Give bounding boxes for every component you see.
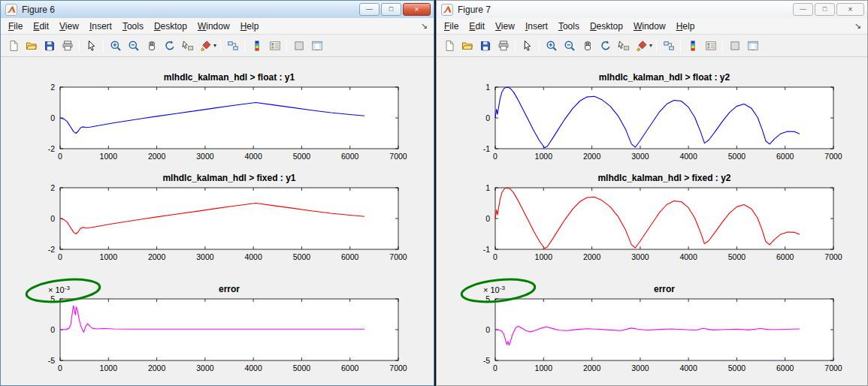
data-cursor-button[interactable] [179, 37, 196, 54]
minimize-button[interactable]: — [359, 3, 380, 16]
print-button[interactable] [59, 37, 76, 54]
edit-plot-pointer-icon [522, 40, 534, 52]
menu-desktop[interactable]: Desktop [149, 20, 192, 33]
svg-text:4000: 4000 [679, 363, 697, 372]
svg-text:2000: 2000 [582, 152, 600, 161]
data-cursor-icon [618, 40, 630, 52]
menu-insert[interactable]: Insert [84, 20, 117, 33]
menu-help[interactable]: Help [671, 20, 700, 33]
print-button[interactable] [494, 37, 512, 54]
brush-dropdown-icon[interactable]: ▾ [649, 42, 652, 49]
brush-dropdown-icon[interactable]: ▾ [213, 42, 216, 49]
insert-legend-button[interactable] [266, 37, 283, 54]
menu-insert[interactable]: Insert [520, 20, 553, 33]
plot-background [60, 188, 398, 249]
link-plot-icon [663, 40, 675, 52]
y-axis-exponent-label: × 10-3 [483, 285, 505, 294]
toolbar-separator [244, 39, 245, 53]
chart-title: mlhdlc_kalman_hdl > fixed : y1 [162, 173, 295, 183]
insert-colorbar-button[interactable] [684, 37, 701, 54]
menu-edit[interactable]: Edit [464, 20, 490, 33]
svg-text:4000: 4000 [679, 152, 697, 161]
svg-text:-1: -1 [482, 245, 489, 254]
menu-help[interactable]: Help [235, 20, 265, 33]
insert-legend-button[interactable] [702, 37, 719, 54]
menu-window[interactable]: Window [628, 20, 671, 33]
zoom-in-button[interactable] [543, 37, 560, 54]
svg-text:0: 0 [493, 152, 498, 161]
svg-text:5000: 5000 [727, 252, 746, 261]
svg-text:2: 2 [50, 83, 55, 92]
svg-text:6000: 6000 [776, 152, 794, 161]
menu-tools[interactable]: Tools [553, 20, 585, 33]
titlebar[interactable]: Figure 7 — □ × [437, 1, 867, 18]
menu-view[interactable]: View [54, 20, 84, 33]
close-button[interactable]: × [836, 3, 864, 16]
svg-text:5000: 5000 [293, 252, 311, 261]
brush-button[interactable] [633, 37, 650, 54]
close-button[interactable]: × [403, 3, 431, 16]
menu-desktop[interactable]: Desktop [585, 20, 628, 33]
plot-background [495, 87, 833, 149]
new-document-button[interactable] [440, 37, 458, 54]
svg-text:1000: 1000 [100, 152, 118, 161]
menu-bar: FileEditViewInsertToolsDesktopWindowHelp… [1, 18, 434, 35]
show-plot-tools-button[interactable] [744, 37, 761, 54]
zoom-in-button[interactable] [107, 37, 124, 54]
svg-text:1000: 1000 [534, 363, 552, 372]
brush-button[interactable] [197, 37, 214, 54]
svg-text:0: 0 [493, 363, 498, 372]
toolbar-separator [515, 39, 516, 53]
edit-plot-pointer-button[interactable] [519, 37, 536, 54]
matlab-icon [5, 4, 17, 16]
menu-edit[interactable]: Edit [28, 20, 54, 33]
dock-figure-icon[interactable]: ↘ [421, 21, 431, 31]
svg-text:4000: 4000 [244, 252, 262, 261]
svg-text:7000: 7000 [389, 252, 407, 261]
save-button[interactable] [476, 37, 494, 54]
hide-plot-tools-button[interactable] [726, 37, 743, 54]
figure-canvas: 01000200030004000500060007000-101mlhdlc_… [437, 57, 867, 385]
restore-button[interactable]: □ [381, 3, 401, 16]
chart-title: mlhdlc_kalman_hdl > float : y2 [598, 72, 730, 83]
insert-colorbar-button[interactable] [248, 37, 265, 54]
menu-window[interactable]: Window [192, 20, 235, 33]
dock-figure-icon[interactable]: ↘ [854, 21, 865, 31]
open-folder-button[interactable] [23, 37, 40, 54]
edit-plot-pointer-button[interactable] [83, 37, 100, 54]
titlebar[interactable]: Figure 6 — □ × [1, 1, 434, 18]
open-folder-button[interactable] [458, 37, 476, 54]
insert-colorbar-icon [251, 40, 263, 52]
svg-text:0: 0 [485, 113, 490, 122]
menu-file[interactable]: File [3, 20, 28, 33]
save-button[interactable] [41, 37, 58, 54]
edit-plot-pointer-icon [86, 40, 98, 52]
menu-view[interactable]: View [490, 20, 520, 33]
maximize-button[interactable]: □ [815, 3, 835, 16]
pan-button[interactable] [143, 37, 160, 54]
svg-text:5000: 5000 [727, 363, 746, 372]
link-plot-button[interactable] [660, 37, 677, 54]
rotate-3d-button[interactable] [161, 37, 178, 54]
rotate-3d-button[interactable] [597, 37, 614, 54]
menu-tools[interactable]: Tools [117, 20, 149, 33]
print-icon [498, 40, 510, 52]
hide-plot-tools-button[interactable] [290, 37, 307, 54]
new-document-button[interactable] [5, 37, 22, 54]
insert-colorbar-icon [687, 40, 699, 52]
svg-text:1000: 1000 [100, 252, 118, 261]
pan-button[interactable] [579, 37, 596, 54]
minimize-button[interactable]: — [793, 3, 813, 16]
data-cursor-button[interactable] [615, 37, 632, 54]
chart-error-y1: 01000200030004000500060007000-505error× … [5, 270, 430, 381]
zoom-out-button[interactable] [125, 37, 142, 54]
insert-legend-icon [269, 40, 281, 52]
show-plot-tools-button[interactable] [308, 37, 325, 54]
menu-file[interactable]: File [439, 20, 464, 33]
insert-legend-icon [705, 40, 717, 52]
svg-text:-5: -5 [482, 356, 489, 365]
figure-window-6: Figure 6 — □ × FileEditViewInsertToolsDe… [0, 0, 434, 386]
zoom-out-button[interactable] [561, 37, 578, 54]
link-plot-button[interactable] [224, 37, 241, 54]
plot-background [60, 87, 398, 149]
